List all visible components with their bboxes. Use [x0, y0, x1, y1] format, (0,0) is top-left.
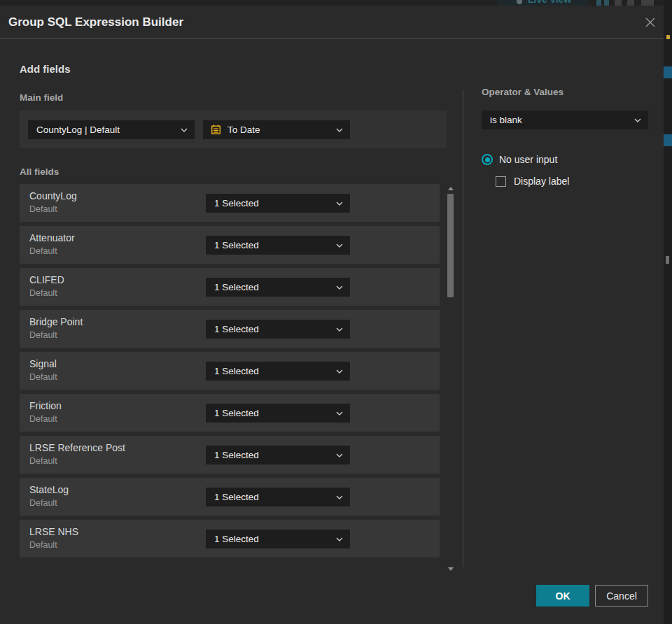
chevron-down-icon [336, 411, 343, 416]
main-field-panel: CountyLog | Default To Date [20, 111, 447, 148]
ok-button[interactable]: OK [536, 585, 589, 607]
field-selection-dropdown[interactable]: 1 Selected [206, 236, 350, 255]
field-subtitle: Default [29, 330, 57, 340]
chevron-down-icon [336, 537, 343, 541]
scroll-down-icon[interactable] [448, 567, 454, 571]
scrollbar[interactable] [446, 184, 456, 574]
background-app-toolbar: Live view [0, 0, 672, 6]
live-view-label: Live view [528, 0, 571, 5]
scrollbar-thumb[interactable] [447, 194, 454, 297]
field-name: Attenuator [29, 232, 75, 243]
field-subtitle: Default [29, 372, 57, 382]
checkbox-label: Display label [514, 176, 569, 187]
field-subtitle: Default [29, 414, 57, 424]
field-selection-dropdown[interactable]: 1 Selected [206, 404, 350, 423]
chevron-down-icon [336, 327, 343, 332]
field-selection-dropdown[interactable]: 1 Selected [206, 194, 350, 213]
field-row: Bridge Point Default 1 Selected [20, 310, 440, 348]
operator-dropdown[interactable]: is blank [482, 111, 648, 129]
chevron-down-icon [336, 201, 343, 206]
date-type-dropdown-value: To Date [227, 125, 260, 135]
field-selection-value: 1 Selected [214, 534, 259, 544]
dialog-title: Group SQL Expression Builder [8, 6, 183, 39]
field-selection-dropdown[interactable]: 1 Selected [206, 362, 350, 381]
screen: Live view Group SQL Expression Builder A… [0, 0, 672, 624]
field-name: CountyLog [29, 190, 77, 201]
main-field-dropdown-value: CountyLog | Default [36, 125, 120, 135]
field-selection-dropdown[interactable]: 1 Selected [206, 530, 350, 548]
close-icon[interactable] [641, 13, 659, 31]
field-selection-value: 1 Selected [214, 450, 259, 460]
field-subtitle: Default [29, 540, 57, 550]
panel-divider [463, 90, 463, 567]
scroll-up-icon[interactable] [448, 187, 454, 190]
calendar-icon [210, 124, 222, 136]
field-selection-value: 1 Selected [214, 198, 259, 208]
live-view-dot-icon [517, 0, 522, 4]
background-edge-fragment [666, 256, 669, 264]
date-type-dropdown[interactable]: To Date [203, 120, 350, 139]
field-subtitle: Default [29, 288, 57, 298]
chevron-down-icon [336, 128, 343, 132]
field-name: CLIFED [29, 274, 64, 285]
chevron-down-icon [181, 128, 188, 132]
field-row: LRSE Reference Post Default 1 Selected [20, 436, 440, 474]
background-toolbar-fragment [641, 0, 654, 6]
field-name: LRSE Reference Post [29, 442, 125, 453]
all-fields-label: All fields [20, 166, 59, 177]
chevron-down-icon [336, 453, 343, 458]
field-subtitle: Default [29, 498, 57, 508]
live-view-button: Live view [497, 0, 588, 6]
field-selection-value: 1 Selected [214, 282, 259, 292]
background-toolbar-fragment [615, 0, 622, 6]
field-name: Friction [29, 400, 62, 411]
field-selection-value: 1 Selected [214, 408, 259, 418]
add-fields-heading: Add fields [20, 63, 71, 75]
background-toolbar-fragment [596, 0, 601, 6]
field-name: Bridge Point [29, 316, 83, 327]
field-subtitle: Default [29, 456, 57, 466]
dialog-group-sql-expression-builder: Group SQL Expression Builder Add fields … [0, 6, 664, 624]
no-user-input-radio[interactable]: No user input [482, 154, 557, 165]
main-field-dropdown[interactable]: CountyLog | Default [28, 120, 195, 139]
chevron-down-icon [634, 118, 641, 122]
field-selection-dropdown[interactable]: 1 Selected [206, 488, 350, 506]
radio-label: No user input [499, 154, 557, 165]
field-row: CLIFED Default 1 Selected [20, 268, 440, 306]
chevron-down-icon [336, 243, 343, 248]
field-subtitle: Default [29, 204, 57, 214]
background-edge-fragment [666, 35, 670, 39]
field-selection-value: 1 Selected [214, 492, 259, 502]
background-app-edge [664, 0, 672, 624]
field-row: LRSE NHS Default 1 Selected [20, 520, 440, 558]
field-subtitle: Default [29, 246, 57, 256]
chevron-down-icon [336, 285, 343, 290]
display-label-checkbox[interactable]: Display label [496, 176, 569, 187]
field-row: Attenuator Default 1 Selected [20, 226, 440, 264]
field-selection-value: 1 Selected [214, 366, 259, 376]
main-field-label: Main field [20, 92, 63, 103]
chevron-down-icon [336, 495, 343, 499]
field-name: StateLog [29, 484, 69, 495]
dialog-header: Group SQL Expression Builder [0, 6, 664, 39]
radio-button-icon [482, 154, 493, 165]
chevron-down-icon [336, 369, 343, 374]
field-row: CountyLog Default 1 Selected [20, 184, 440, 222]
operator-values-label: Operator & Values [482, 87, 564, 97]
field-selection-dropdown[interactable]: 1 Selected [206, 446, 350, 465]
field-selection-value: 1 Selected [214, 240, 259, 250]
field-selection-value: 1 Selected [214, 324, 259, 334]
field-row: StateLog Default 1 Selected [20, 478, 440, 516]
field-selection-dropdown[interactable]: 1 Selected [206, 320, 350, 339]
field-name: LRSE NHS [29, 526, 78, 537]
field-name: Signal [29, 358, 57, 369]
checkbox-icon [496, 176, 506, 187]
background-edge-fragment [664, 134, 672, 146]
field-row: Signal Default 1 Selected [20, 352, 440, 390]
background-edge-fragment [664, 66, 672, 78]
cancel-button[interactable]: Cancel [595, 585, 648, 607]
field-row: Friction Default 1 Selected [20, 394, 440, 432]
background-toolbar-fragment [604, 0, 609, 6]
background-toolbar-fragment [627, 0, 634, 6]
field-selection-dropdown[interactable]: 1 Selected [206, 278, 350, 297]
